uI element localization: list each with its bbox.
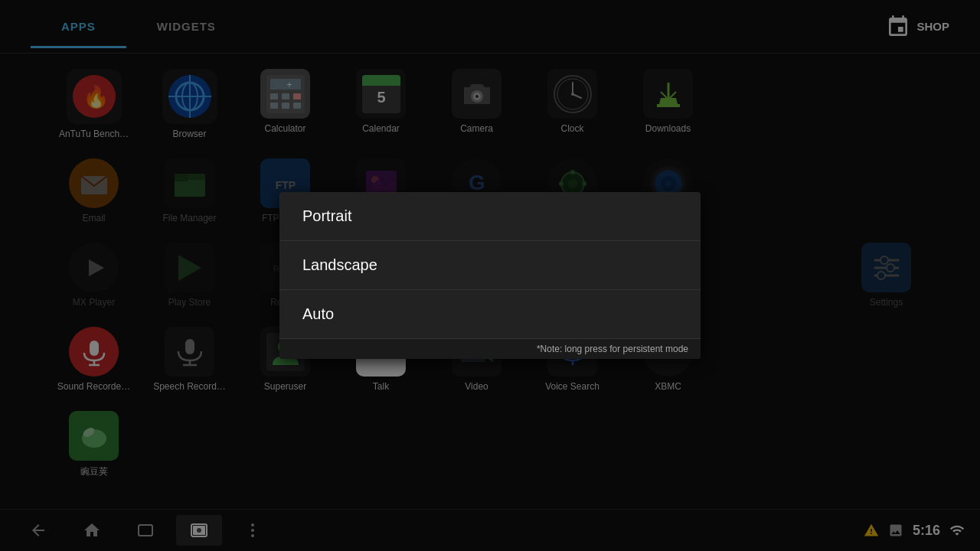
popup-landscape[interactable]: Landscape xyxy=(279,241,701,290)
popup-overlay[interactable]: Portrait Landscape Auto *Note: long pres… xyxy=(0,0,980,551)
popup-portrait[interactable]: Portrait xyxy=(279,192,701,241)
popup-note: *Note: long press for persistent mode xyxy=(279,339,701,359)
orientation-popup: Portrait Landscape Auto *Note: long pres… xyxy=(279,192,701,359)
popup-auto[interactable]: Auto xyxy=(279,290,701,339)
